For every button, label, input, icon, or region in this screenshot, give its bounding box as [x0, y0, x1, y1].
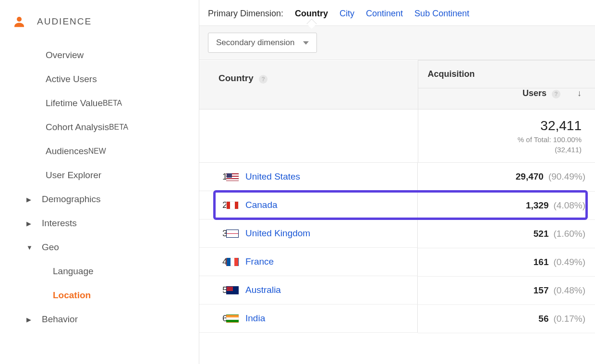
flag-icon: [226, 173, 239, 181]
table-row[interactable]: 2.Canada1,329(4.08%): [199, 191, 595, 219]
nav-geo-location[interactable]: Location: [0, 283, 199, 307]
row-index: 4.: [203, 256, 226, 267]
users-cell: 1,329(4.08%): [418, 191, 595, 219]
users-cell: 157(0.48%): [418, 276, 595, 304]
sidebar: AUDIENCE Overview Active Users Lifetime …: [0, 0, 199, 364]
flag-icon: [226, 258, 239, 266]
audience-icon: [12, 14, 26, 29]
users-value: 161: [534, 257, 549, 267]
nav-overview[interactable]: Overview: [0, 43, 199, 67]
dim-tab-continent[interactable]: Continent: [366, 9, 403, 19]
table-row[interactable]: 3.United Kingdom521(1.60%): [199, 219, 595, 248]
th-users[interactable]: Users ? ↓: [418, 88, 595, 109]
totals-value: 32,411: [428, 118, 582, 133]
users-percent: (1.60%): [553, 229, 585, 239]
users-value: 29,470: [516, 171, 544, 182]
row-index: 6.: [203, 313, 226, 324]
svg-point-0: [17, 17, 22, 22]
users-value: 521: [534, 229, 549, 239]
main: Primary Dimension: Country City Continen…: [199, 0, 595, 364]
primary-dimension-row: Primary Dimension: Country City Continen…: [199, 0, 595, 25]
caret-right-icon: ▶: [26, 316, 42, 323]
nav-user-explorer[interactable]: User Explorer: [0, 163, 199, 187]
nav-cohort-analysis[interactable]: Cohort AnalysisBETA: [0, 115, 199, 139]
dim-tab-subcontinent[interactable]: Sub Continent: [414, 9, 469, 19]
country-link[interactable]: Australia: [245, 285, 281, 295]
help-icon[interactable]: ?: [259, 75, 267, 84]
beta-badge: BETA: [109, 123, 128, 132]
toolbar: Secondary dimension: [199, 25, 595, 60]
dim-tab-city[interactable]: City: [340, 9, 354, 19]
country-link[interactable]: United Kingdom: [245, 228, 310, 239]
country-link[interactable]: France: [245, 256, 274, 267]
country-link[interactable]: Canada: [245, 200, 278, 210]
geo-table: Country ? Acquisition Users ? ↓ 32,411 %…: [199, 60, 595, 333]
users-cell: 56(0.17%): [418, 304, 595, 333]
users-cell: 29,470(90.49%): [418, 163, 595, 192]
flag-icon: [226, 315, 239, 323]
totals-subline1: % of Total: 100.00%: [428, 135, 582, 144]
users-cell: 521(1.60%): [418, 219, 595, 248]
row-index: 1.: [203, 171, 226, 182]
sidebar-title: AUDIENCE: [37, 16, 92, 27]
users-value: 157: [534, 285, 549, 295]
beta-badge: BETA: [103, 99, 122, 108]
nav-geo[interactable]: ▼ Geo: [0, 235, 199, 259]
table-row[interactable]: 4.France161(0.49%): [199, 248, 595, 276]
caret-right-icon: ▶: [26, 196, 42, 203]
country-link[interactable]: United States: [245, 171, 300, 182]
users-percent: (90.49%): [548, 171, 585, 182]
totals-subline2: (32,411): [428, 146, 582, 154]
caret-down-icon: [303, 41, 309, 45]
sort-desc-icon[interactable]: ↓: [577, 88, 582, 98]
users-value: 1,329: [526, 200, 549, 210]
users-value: 56: [538, 314, 548, 324]
nav-demographics[interactable]: ▶ Demographics: [0, 187, 199, 211]
primary-dimension-label: Primary Dimension:: [208, 9, 283, 19]
caret-down-icon: ▼: [26, 244, 42, 251]
row-index: 3.: [203, 228, 226, 239]
totals-cell: 32,411 % of Total: 100.00% (32,411): [418, 109, 595, 163]
nav-interests[interactable]: ▶ Interests: [0, 211, 199, 235]
row-index: 5.: [203, 285, 226, 295]
table-row[interactable]: 1.United States29,470(90.49%): [199, 163, 595, 192]
flag-icon: [226, 201, 239, 209]
nav-audiences[interactable]: AudiencesNEW: [0, 139, 199, 163]
table-row[interactable]: 5.Australia157(0.48%): [199, 276, 595, 304]
users-percent: (0.49%): [553, 257, 585, 267]
nav-geo-language[interactable]: Language: [0, 259, 199, 283]
flag-icon: [226, 286, 239, 294]
nav-active-users[interactable]: Active Users: [0, 67, 199, 91]
secondary-dimension-button[interactable]: Secondary dimension: [208, 33, 317, 53]
country-link[interactable]: India: [245, 313, 265, 324]
row-index: 2.: [203, 200, 226, 210]
th-country[interactable]: Country ?: [199, 61, 418, 109]
th-acquisition: Acquisition: [418, 61, 595, 88]
dim-tab-country[interactable]: Country: [295, 9, 328, 19]
users-percent: (0.48%): [553, 285, 585, 295]
help-icon[interactable]: ?: [552, 90, 560, 98]
sidebar-header: AUDIENCE: [0, 10, 199, 43]
users-cell: 161(0.49%): [418, 248, 595, 276]
nav-behavior[interactable]: ▶ Behavior: [0, 307, 199, 331]
nav-lifetime-value[interactable]: Lifetime ValueBETA: [0, 91, 199, 115]
flag-icon: [226, 230, 239, 238]
users-percent: (0.17%): [553, 314, 585, 324]
table-row[interactable]: 6.India56(0.17%): [199, 304, 595, 333]
caret-right-icon: ▶: [26, 220, 42, 227]
users-percent: (4.08%): [553, 200, 585, 210]
new-badge: NEW: [88, 147, 106, 156]
